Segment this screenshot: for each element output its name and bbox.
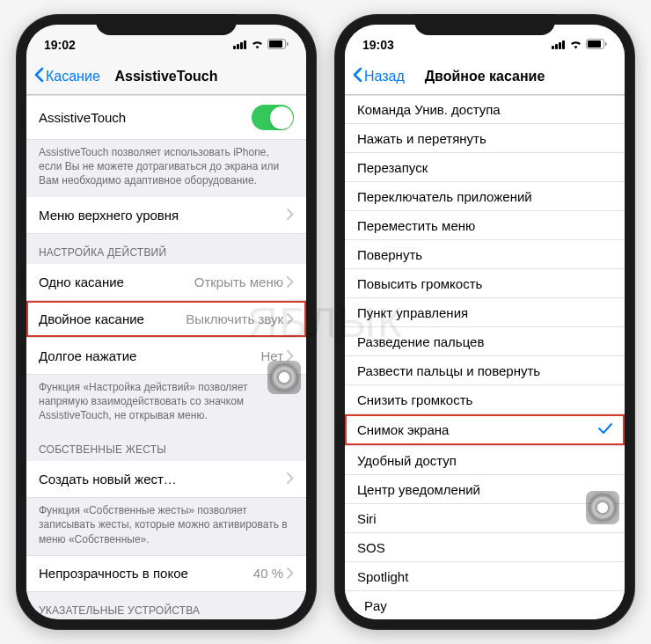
row-label: Пункт управления [357, 305, 468, 320]
wifi-icon [569, 38, 582, 52]
gestures-description: Функция «Собственные жесты» позволяет за… [26, 498, 306, 555]
signal-icon [233, 38, 247, 52]
option-row[interactable]: SOS [345, 533, 625, 562]
back-label: Касание [46, 69, 100, 84]
status-time: 19:02 [44, 38, 76, 52]
row-label: Переключатель приложений [357, 189, 532, 204]
option-row[interactable]: Команда Унив. доступа [345, 95, 625, 124]
row-label: Удобный доступ [357, 453, 457, 468]
row-label: AssistiveTouch [39, 110, 126, 125]
nav-bar: Назад Двойное касание [345, 58, 625, 95]
notch [414, 14, 555, 35]
double-tap-row[interactable]: Двойное касание Выключить звук [26, 301, 306, 338]
section-devices-header: УКАЗАТЕЛЬНЫЕ УСТРОЙСТВА [26, 592, 306, 619]
option-row[interactable]: Разведение пальцев [345, 327, 625, 356]
row-label: Разведение пальцев [357, 334, 484, 349]
row-label: Долгое нажатие [39, 348, 136, 363]
svg-rect-9 [559, 42, 561, 49]
status-right [552, 38, 607, 52]
option-row[interactable]: Удобный доступ [345, 446, 625, 475]
battery-icon [267, 38, 289, 52]
row-label: Pay [357, 598, 387, 613]
section-actions-header: НАСТРОЙКА ДЕЙСТВИЙ [26, 234, 306, 264]
long-press-row[interactable]: Долгое нажатие Нет [26, 338, 306, 375]
chevron-right-icon [287, 208, 294, 223]
notch [96, 14, 237, 35]
row-label: Двойное касание [39, 311, 144, 326]
row-label: Непрозрачность в покое [39, 566, 188, 581]
status-right [233, 38, 289, 52]
option-row[interactable]: Перезапуск [345, 153, 625, 182]
screen-left: 19:02 Касание AssistiveTouch AssistiveTo… [26, 25, 306, 619]
signal-icon [552, 38, 566, 52]
row-label: Siri [357, 511, 377, 526]
option-row[interactable]: Siri [345, 504, 625, 533]
svg-rect-8 [555, 44, 558, 49]
option-row[interactable]: Снимок экрана [345, 414, 625, 446]
row-label: Повернуть [357, 247, 422, 262]
option-row[interactable]: Переместить меню [345, 211, 625, 240]
svg-rect-6 [287, 42, 289, 46]
svg-rect-12 [588, 40, 601, 48]
chevron-left-icon [33, 67, 44, 86]
back-button[interactable]: Назад [352, 67, 405, 86]
assistivetouch-floating-button[interactable] [267, 361, 301, 394]
checkmark-icon [598, 421, 612, 439]
row-value: Открыть меню [194, 274, 294, 289]
option-row[interactable]: Переключатель приложений [345, 182, 625, 211]
phone-right: 19:03 Назад Двойное касание Команда Унив… [334, 14, 635, 630]
content-left[interactable]: AssistiveTouch AssistiveTouch позволяет … [26, 95, 306, 619]
actions-description: Функция «Настройка действий» позволяет н… [26, 375, 306, 432]
assistivetouch-description: AssistiveTouch позволяет использовать iP… [26, 140, 306, 197]
row-label: Нажать и перетянуть [357, 131, 486, 146]
row-label: Центр уведомлений [357, 482, 480, 497]
assistivetouch-toggle-row[interactable]: AssistiveTouch [26, 95, 306, 140]
nav-title: AssistiveTouch [114, 69, 217, 84]
option-row[interactable]: Повысить громкость [345, 269, 625, 298]
row-label: Команда Унив. доступа [357, 102, 501, 117]
svg-rect-5 [269, 40, 282, 48]
row-label: Снизить громкость [357, 392, 472, 407]
back-button[interactable]: Касание [33, 67, 100, 86]
row-label: Spotlight [357, 569, 408, 584]
row-label: Повысить громкость [357, 276, 482, 291]
row-label: Снимок экрана [357, 422, 449, 437]
top-level-menu-row[interactable]: Меню верхнего уровня [26, 197, 306, 234]
nav-title: Двойное касание [425, 69, 545, 84]
row-label: Создать новый жест… [39, 472, 177, 487]
svg-rect-13 [605, 42, 607, 46]
toggle-on[interactable] [252, 105, 294, 130]
status-time: 19:03 [362, 38, 394, 52]
screen-right: 19:03 Назад Двойное касание Команда Унив… [345, 25, 625, 619]
row-label: SOS [357, 540, 385, 555]
back-label: Назад [364, 69, 405, 84]
row-label: Развести пальцы и повернуть [357, 363, 540, 378]
svg-rect-0 [233, 46, 236, 49]
chevron-left-icon [352, 67, 362, 86]
row-label: Меню верхнего уровня [39, 208, 179, 223]
option-row[interactable]: Spotlight [345, 562, 625, 591]
option-row[interactable]: Центр уведомлений [345, 475, 625, 504]
option-row[interactable]: Пункт управления [345, 298, 625, 327]
svg-rect-10 [562, 40, 565, 49]
option-row[interactable]: Снизить громкость [345, 385, 625, 414]
row-value: Выключить звук [186, 311, 294, 326]
svg-rect-7 [552, 46, 554, 49]
svg-rect-2 [240, 42, 243, 49]
create-gesture-row[interactable]: Создать новый жест… [26, 461, 306, 498]
option-row[interactable]: Нажать и перетянуть [345, 124, 625, 153]
option-row[interactable]: Повернуть [345, 240, 625, 269]
single-tap-row[interactable]: Одно касание Открыть меню [26, 264, 306, 301]
section-gestures-header: СОБСТВЕННЫЕ ЖЕСТЫ [26, 431, 306, 461]
svg-rect-1 [237, 44, 239, 49]
content-right[interactable]: Команда Унив. доступаНажать и перетянуть… [345, 95, 625, 619]
phone-left: 19:02 Касание AssistiveTouch AssistiveTo… [16, 14, 317, 630]
chevron-right-icon [287, 472, 294, 487]
opacity-row[interactable]: Непрозрачность в покое 40 % [26, 555, 306, 592]
option-row[interactable]: Развести пальцы и повернуть [345, 356, 625, 385]
assistivetouch-floating-button[interactable] [586, 491, 619, 524]
row-value: 40 % [253, 566, 294, 581]
row-label: Перезапуск [357, 160, 428, 175]
row-label: Переместить меню [357, 218, 475, 233]
option-row[interactable]: Pay [345, 591, 625, 619]
